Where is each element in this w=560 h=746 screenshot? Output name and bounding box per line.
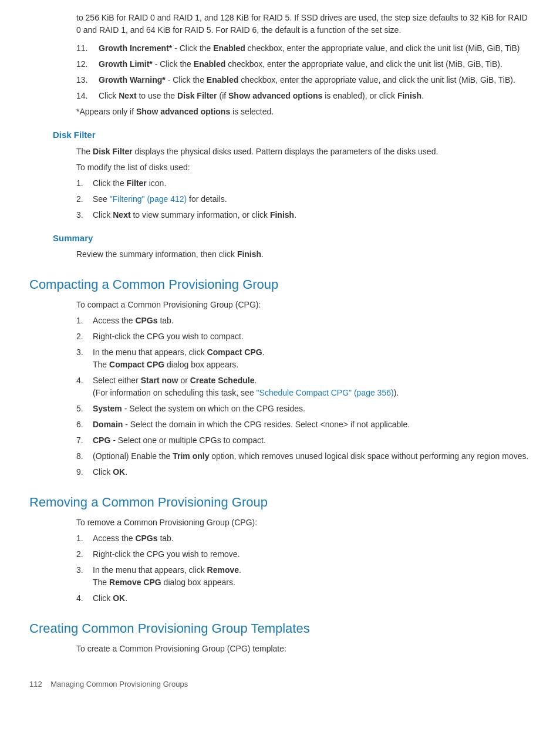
bold-remove-cpg: Remove CPG [109, 578, 161, 587]
list-num: 3. [76, 564, 88, 589]
bold-domain: Domain [93, 420, 123, 429]
disk-filter-list: 1. Click the Filter icon. 2. See "Filter… [76, 177, 531, 221]
creating-heading: Creating Common Provisioning Group Templ… [29, 619, 531, 638]
bold-cpg-2: CPG [93, 436, 110, 445]
bold-compact-cpg-2: Compact CPG [109, 360, 164, 369]
bold-growth-warning: Growth Warning* [99, 75, 166, 85]
list-item: 2. Right-click the CPG you wish to remov… [76, 548, 531, 561]
list-num: 1. [76, 177, 88, 190]
creating-intro: To create a Common Provisioning Group (C… [29, 643, 531, 655]
list-item: 2. Right-click the CPG you wish to compa… [76, 330, 531, 343]
sub-item: The Remove CPG dialog box appears. [93, 578, 235, 587]
list-item: 11. Growth Increment* - Click the Enable… [76, 42, 531, 55]
bold-trim-only: Trim only [173, 451, 209, 461]
bold-remove: Remove [207, 565, 239, 575]
list-item: 3. Click Next to view summary informatio… [76, 209, 531, 221]
list-item: 4. Click OK. [76, 592, 531, 605]
note-text: *Appears only if Show advanced options i… [29, 106, 531, 118]
list-num: 8. [76, 450, 88, 463]
sub-item: The Compact CPG dialog box appears. [93, 360, 238, 369]
removing-list: 1. Access the CPGs tab. 2. Right-click t… [76, 532, 531, 605]
list-text: CPG - Select one or multiple CPGs to com… [93, 434, 266, 447]
list-num: 5. [76, 403, 88, 415]
list-text: In the menu that appears, click Compact … [93, 346, 265, 371]
list-item: 3. In the menu that appears, click Compa… [76, 346, 531, 371]
list-num: 9. [76, 466, 88, 478]
list-item: 12. Growth Limit* - Click the Enabled ch… [76, 58, 531, 70]
list-item: 7. CPG - Select one or multiple CPGs to … [76, 434, 531, 447]
list-text: Click Next to view summary information, … [93, 209, 296, 221]
list-num: 1. [76, 315, 88, 327]
bold-show-advanced-2: Show advanced options [136, 107, 230, 116]
list-num: 2. [76, 193, 88, 205]
compacting-intro: To compact a Common Provisioning Group (… [29, 299, 531, 311]
compacting-heading: Compacting a Common Provisioning Group [29, 275, 531, 294]
bold-disk-filter: Disk Filter [177, 91, 217, 100]
bold-growth-limit: Growth Limit* [99, 59, 153, 69]
disk-filter-para: The Disk Filter displays the physical di… [29, 146, 531, 158]
bold-growth-increment: Growth Increment* [99, 43, 172, 53]
schedule-compact-link[interactable]: "Schedule Compact CPG" (page 356) [257, 388, 394, 397]
intro-paragraph: to 256 KiB for RAID 0 and RAID 1, and 12… [29, 12, 531, 36]
bold-enabled-1: Enabled [213, 43, 245, 53]
list-num: 13. [76, 74, 94, 86]
bold-filter: Filter [127, 178, 147, 188]
bold-compact-cpg: Compact CPG [207, 347, 262, 357]
list-text: Click OK. [93, 466, 127, 478]
list-text: Access the CPGs tab. [93, 315, 174, 327]
list-item: 14. Click Next to use the Disk Filter (i… [76, 90, 531, 102]
summary-para: Review the summary information, then cli… [29, 248, 531, 261]
bold-ok-1: OK [113, 467, 125, 477]
list-text: Click the Filter icon. [93, 177, 166, 190]
list-text: (Optional) Enable the Trim only option, … [93, 450, 528, 463]
list-text: Domain - Select the domain in which the … [93, 418, 410, 431]
list-text: Right-click the CPG you wish to compact. [93, 330, 244, 343]
list-text: In the menu that appears, click Remove. … [93, 564, 241, 589]
list-item: 6. Domain - Select the domain in which t… [76, 418, 531, 431]
bold-next-1: Next [119, 91, 136, 100]
list-num: 14. [76, 90, 94, 102]
disk-filter-heading: Disk Filter [29, 129, 531, 142]
list-text: Access the CPGs tab. [93, 532, 174, 545]
bold-finish-1: Finish [397, 91, 421, 100]
sub-item: (For information on scheduling this task… [93, 388, 399, 397]
list-item: 5. System - Select the system on which o… [76, 403, 531, 415]
bold-next-2: Next [113, 210, 130, 220]
removing-heading: Removing a Common Provisioning Group [29, 492, 531, 512]
removing-intro: To remove a Common Provisioning Group (C… [29, 517, 531, 529]
bold-cpgs-3: CPGs [135, 534, 157, 543]
disk-filter-intro: To modify the list of disks used: [29, 161, 531, 174]
summary-heading: Summary [29, 232, 531, 245]
list-text: Click Next to use the Disk Filter (if Sh… [99, 90, 424, 102]
bold-cpgs-1: CPGs [135, 316, 157, 325]
list-item: 3. In the menu that appears, click Remov… [76, 564, 531, 589]
list-num: 1. [76, 532, 88, 545]
filtering-link[interactable]: "Filtering" (page 412) [110, 194, 187, 204]
list-text: See "Filtering" (page 412) for details. [93, 193, 227, 205]
footer-text: Managing Common Provisioning Groups [50, 680, 188, 688]
bold-disk-filter-2: Disk Filter [93, 147, 133, 156]
bold-start-now: Start now [141, 376, 178, 385]
bold-system: System [93, 404, 122, 413]
list-text: System - Select the system on which on t… [93, 403, 305, 415]
list-num: 2. [76, 548, 88, 561]
list-item: 4. Select either Start now or Create Sch… [76, 374, 531, 399]
list-item: 8. (Optional) Enable the Trim only optio… [76, 450, 531, 463]
list-item: 9. Click OK. [76, 466, 531, 478]
list-num: 4. [76, 592, 88, 605]
list-num: 3. [76, 346, 88, 371]
list-num: 3. [76, 209, 88, 221]
initial-numbered-list: 11. Growth Increment* - Click the Enable… [76, 42, 531, 102]
bold-show-advanced: Show advanced options [228, 91, 322, 100]
list-text: Select either Start now or Create Schedu… [93, 374, 399, 399]
list-item: 13. Growth Warning* - Click the Enabled … [76, 74, 531, 86]
list-num: 12. [76, 58, 94, 70]
list-text: Growth Warning* - Click the Enabled chec… [99, 74, 515, 86]
bold-ok-2: OK [113, 593, 125, 603]
compacting-list: 1. Access the CPGs tab. 2. Right-click t… [76, 315, 531, 478]
list-num: 2. [76, 330, 88, 343]
list-text: Growth Increment* - Click the Enabled ch… [99, 42, 519, 55]
bold-finish-3: Finish [237, 249, 261, 259]
list-text: Click OK. [93, 592, 127, 605]
bold-enabled-2: Enabled [194, 59, 225, 69]
